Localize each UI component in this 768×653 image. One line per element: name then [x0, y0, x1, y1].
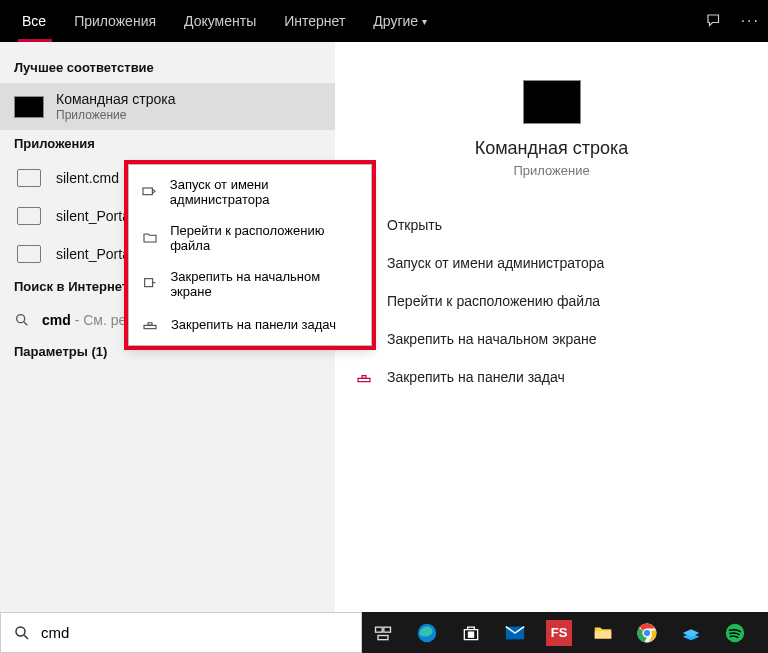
- spotify-icon[interactable]: [722, 620, 748, 646]
- chrome-icon[interactable]: [634, 620, 660, 646]
- svg-line-1: [24, 322, 27, 325]
- search-icon: [13, 624, 31, 642]
- svg-point-9: [16, 627, 25, 636]
- search-tabs: Все Приложения Документы Интернет Другие…: [0, 0, 768, 42]
- search-input[interactable]: [41, 624, 349, 641]
- action-label: Открыть: [387, 217, 442, 233]
- tab-other[interactable]: Другие ▾: [359, 0, 441, 42]
- script-icon: [17, 169, 41, 187]
- svg-rect-18: [471, 635, 473, 637]
- best-match-sub: Приложение: [56, 108, 175, 122]
- action-label: Закрепить на начальном экране: [387, 331, 597, 347]
- action-label: Перейти к расположению файла: [387, 293, 600, 309]
- svg-point-0: [17, 315, 25, 323]
- action-pin-taskbar[interactable]: Закрепить на панели задач: [355, 358, 748, 396]
- action-open[interactable]: Открыть: [355, 206, 748, 244]
- ctx-open-location[interactable]: Перейти к расположению файла: [129, 215, 371, 261]
- details-panel: Командная строка Приложение Открыть Запу…: [335, 42, 768, 612]
- action-label: Запуск от имени администратора: [387, 255, 604, 271]
- ctx-pin-taskbar[interactable]: Закрепить на панели задач: [129, 307, 371, 341]
- svg-rect-16: [471, 632, 473, 634]
- ctx-run-admin[interactable]: Запуск от имени администратора: [129, 169, 371, 215]
- feedback-icon[interactable]: [705, 12, 723, 30]
- folder-icon: [141, 229, 158, 247]
- tab-apps[interactable]: Приложения: [60, 0, 170, 42]
- store-icon[interactable]: [458, 620, 484, 646]
- svg-rect-17: [469, 635, 471, 637]
- svg-line-10: [24, 635, 28, 639]
- mail-icon[interactable]: [502, 620, 528, 646]
- section-best-match: Лучшее соответствие: [0, 54, 335, 83]
- svg-rect-11: [376, 627, 383, 632]
- pin-start-icon: [141, 275, 158, 293]
- script-icon: [17, 245, 41, 263]
- svg-rect-20: [595, 631, 612, 638]
- tab-all[interactable]: Все: [8, 0, 60, 42]
- app-thumbnail: [523, 80, 581, 124]
- ctx-pin-start[interactable]: Закрепить на начальном экране: [129, 261, 371, 307]
- taskbar-search[interactable]: [0, 612, 362, 653]
- fs-app-icon[interactable]: FS: [546, 620, 572, 646]
- section-apps: Приложения: [0, 130, 335, 159]
- ctx-label: Запуск от имени администратора: [170, 177, 359, 207]
- edge-icon[interactable]: [414, 620, 440, 646]
- app-item-label: silent.cmd: [56, 170, 119, 186]
- web-query: cmd: [42, 312, 71, 328]
- explorer-icon[interactable]: [590, 620, 616, 646]
- ctx-label: Перейти к расположению файла: [170, 223, 359, 253]
- details-sub: Приложение: [355, 163, 748, 178]
- ctx-label: Закрепить на начальном экране: [170, 269, 359, 299]
- svg-rect-13: [378, 635, 388, 639]
- script-icon: [17, 207, 41, 225]
- results-panel: Лучшее соответствие Командная строка При…: [0, 42, 335, 612]
- taskbar: FS: [0, 612, 768, 653]
- svg-rect-15: [469, 632, 471, 634]
- chevron-down-icon: ▾: [422, 16, 427, 27]
- pin-taskbar-icon: [355, 368, 373, 386]
- cmd-icon: [14, 96, 44, 118]
- action-run-admin[interactable]: Запуск от имени администратора: [355, 244, 748, 282]
- svg-rect-12: [384, 627, 391, 632]
- tab-internet[interactable]: Интернет: [270, 0, 359, 42]
- context-menu: Запуск от имени администратора Перейти к…: [128, 164, 372, 346]
- tab-docs[interactable]: Документы: [170, 0, 270, 42]
- app-icon-blue[interactable]: [678, 620, 704, 646]
- tab-other-label: Другие: [373, 13, 418, 29]
- shield-icon: [141, 183, 158, 201]
- best-match-title: Командная строка: [56, 91, 175, 108]
- best-match-item[interactable]: Командная строка Приложение: [0, 83, 335, 130]
- action-pin-start[interactable]: Закрепить на начальном экране: [355, 320, 748, 358]
- search-icon: [14, 312, 30, 328]
- ctx-label: Закрепить на панели задач: [171, 317, 336, 332]
- details-title: Командная строка: [355, 138, 748, 159]
- action-label: Закрепить на панели задач: [387, 369, 565, 385]
- action-open-location[interactable]: Перейти к расположению файла: [355, 282, 748, 320]
- taskbar-tray: FS: [362, 612, 768, 653]
- svg-rect-3: [144, 279, 152, 287]
- svg-rect-2: [143, 188, 152, 195]
- task-view-icon[interactable]: [370, 620, 396, 646]
- pin-taskbar-icon: [141, 315, 159, 333]
- more-icon[interactable]: ···: [741, 12, 760, 30]
